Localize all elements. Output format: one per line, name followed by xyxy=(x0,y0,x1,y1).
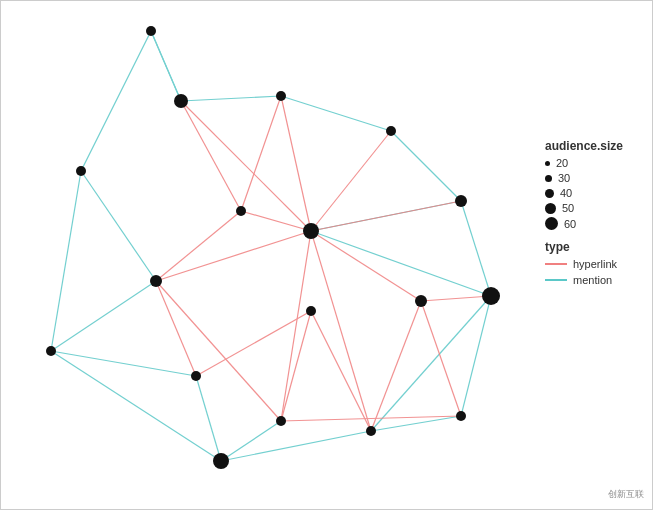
legend-size-60: 60 xyxy=(545,217,644,230)
node-4 xyxy=(386,126,396,136)
node-15 xyxy=(366,426,376,436)
svg-line-36 xyxy=(156,281,281,421)
node-3 xyxy=(276,91,286,101)
node-12 xyxy=(415,295,427,307)
svg-line-10 xyxy=(371,296,491,431)
node-11 xyxy=(306,306,316,316)
node-16 xyxy=(456,411,466,421)
legend-label-40: 40 xyxy=(560,187,572,199)
legend-size-50: 50 xyxy=(545,202,644,214)
svg-line-21 xyxy=(181,101,241,211)
legend-hyperlink: hyperlink xyxy=(545,258,644,270)
svg-line-2 xyxy=(51,171,81,351)
svg-line-28 xyxy=(421,301,461,416)
legend-dot-30 xyxy=(545,175,552,182)
svg-line-18 xyxy=(311,231,491,296)
watermark: 创新互联 xyxy=(604,486,648,503)
legend-dot-60 xyxy=(545,217,558,230)
node-6 xyxy=(236,206,246,216)
legend-size-40: 40 xyxy=(545,187,644,199)
svg-line-15 xyxy=(181,96,281,101)
legend-label-20: 20 xyxy=(556,157,568,169)
svg-line-25 xyxy=(311,201,461,231)
svg-line-32 xyxy=(156,231,311,281)
legend-label-50: 50 xyxy=(562,202,574,214)
legend-dot-40 xyxy=(545,189,554,198)
graph-svg xyxy=(1,1,541,510)
svg-line-20 xyxy=(181,101,311,231)
svg-line-5 xyxy=(51,351,221,461)
node-0 xyxy=(146,26,156,36)
main-container: audience.size 20 30 40 50 60 type hyperl… xyxy=(0,0,653,510)
svg-line-22 xyxy=(281,96,311,231)
node-10 xyxy=(191,371,201,381)
node-1 xyxy=(174,94,188,108)
node-7 xyxy=(303,223,319,239)
legend-size-20: 20 xyxy=(545,157,644,169)
svg-line-3 xyxy=(81,171,156,281)
node-14 xyxy=(276,416,286,426)
svg-line-13 xyxy=(391,131,461,201)
svg-line-12 xyxy=(461,201,491,296)
svg-line-4 xyxy=(51,351,196,376)
legend-label-mention: mention xyxy=(573,274,612,286)
svg-line-29 xyxy=(371,301,421,431)
node-9 xyxy=(46,346,56,356)
svg-line-6 xyxy=(196,376,221,461)
svg-line-24 xyxy=(311,131,391,231)
legend-label-60: 60 xyxy=(564,218,576,230)
legend-size-title: audience.size xyxy=(545,139,644,153)
svg-line-23 xyxy=(241,96,281,211)
svg-line-14 xyxy=(281,96,391,131)
svg-line-31 xyxy=(311,231,371,431)
legend-mention: mention xyxy=(545,274,644,286)
legend-size-30: 30 xyxy=(545,172,644,184)
svg-line-27 xyxy=(421,296,491,301)
svg-line-0 xyxy=(81,31,151,171)
legend-label-30: 30 xyxy=(558,172,570,184)
node-8 xyxy=(150,275,162,287)
svg-line-11 xyxy=(461,296,491,416)
node-5 xyxy=(455,195,467,207)
svg-line-16 xyxy=(151,31,181,101)
legend-line-hyperlink xyxy=(545,263,567,265)
node-13 xyxy=(482,287,500,305)
legend-dot-20 xyxy=(545,161,550,166)
legend-label-hyperlink: hyperlink xyxy=(573,258,617,270)
svg-line-35 xyxy=(156,281,196,376)
legend-panel: audience.size 20 30 40 50 60 type hyperl… xyxy=(537,131,652,298)
node-2 xyxy=(76,166,86,176)
svg-line-26 xyxy=(311,231,421,301)
legend-line-mention xyxy=(545,279,567,281)
svg-line-19 xyxy=(51,281,156,351)
svg-line-33 xyxy=(156,211,241,281)
node-17 xyxy=(213,453,229,469)
legend-type-title: type xyxy=(545,240,644,254)
legend-dot-50 xyxy=(545,203,556,214)
